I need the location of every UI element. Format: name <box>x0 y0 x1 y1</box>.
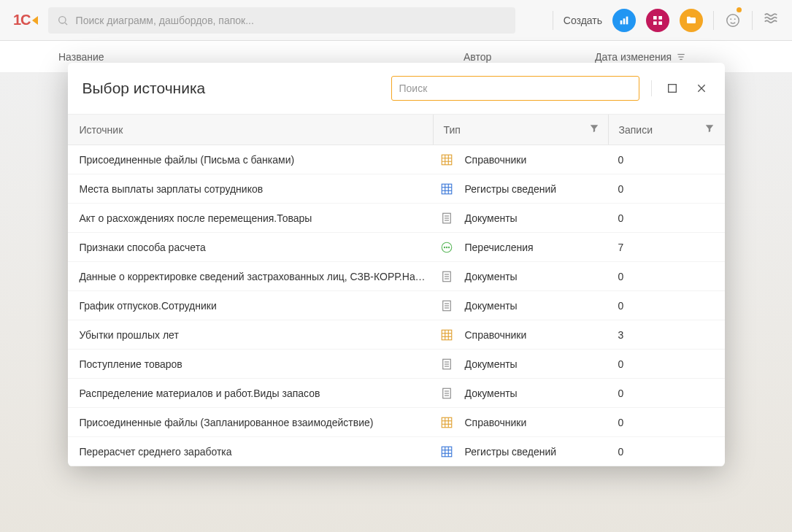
source-row[interactable]: Акт о расхождениях после перемещения.Тов… <box>68 204 725 233</box>
row-type: Перечисления <box>433 241 608 254</box>
document-icon <box>440 358 453 371</box>
svg-rect-15 <box>668 85 676 93</box>
document-icon <box>440 387 453 400</box>
close-icon <box>696 82 707 94</box>
row-type: Документы <box>433 299 608 312</box>
row-source: Акт о расхождениях после перемещения.Тов… <box>68 212 433 224</box>
row-records: 0 <box>608 183 725 195</box>
row-type: Документы <box>433 358 608 371</box>
row-records: 0 <box>608 271 725 282</box>
row-type: Документы <box>433 387 608 400</box>
modal-title: Выбор источника <box>82 80 206 97</box>
col-type[interactable]: Тип <box>433 115 608 144</box>
row-records: 3 <box>608 329 725 341</box>
row-records: 0 <box>608 358 725 370</box>
source-picker-modal: Выбор источника Источник Тип <box>68 63 725 466</box>
divider <box>651 80 652 96</box>
source-row[interactable]: Признаки способа расчетаПеречисления7 <box>68 233 725 262</box>
row-source: Перерасчет среднего заработка <box>68 446 433 458</box>
row-type: Документы <box>433 270 608 283</box>
row-type-label: Справочники <box>465 329 527 341</box>
row-type-label: Справочники <box>465 154 527 166</box>
source-row[interactable]: Присоединенные файлы (Запланированное вз… <box>68 408 725 437</box>
catalog-icon <box>440 416 453 429</box>
row-records: 7 <box>608 242 725 253</box>
row-type: Регистры сведений <box>433 445 608 458</box>
filter-type-button[interactable] <box>589 123 599 136</box>
document-icon <box>440 212 453 225</box>
row-type-label: Документы <box>465 300 518 312</box>
row-records: 0 <box>608 417 725 428</box>
modal-search[interactable] <box>391 76 639 101</box>
row-type-label: Регистры сведений <box>465 183 557 195</box>
col-records-label: Записи <box>619 124 653 136</box>
row-type-label: Регистры сведений <box>465 446 557 458</box>
row-type-label: Документы <box>465 271 518 282</box>
row-type: Справочники <box>433 416 608 429</box>
source-row[interactable]: Перерасчет среднего заработкаРегистры св… <box>68 437 725 466</box>
row-type: Справочники <box>433 153 608 166</box>
col-type-label: Тип <box>444 124 461 136</box>
row-type-label: Справочники <box>465 417 527 428</box>
filter-icon <box>704 123 715 134</box>
row-records: 0 <box>608 446 725 458</box>
register-icon <box>440 445 453 458</box>
row-source: График отпусков.Сотрудники <box>68 300 433 312</box>
catalog-icon <box>440 153 453 166</box>
row-type: Документы <box>433 212 608 225</box>
row-type-label: Документы <box>465 388 518 399</box>
row-source: Присоединенные файлы (Запланированное вз… <box>68 417 433 428</box>
row-source: Поступление товаров <box>68 358 433 370</box>
catalog-icon <box>440 328 453 342</box>
row-records: 0 <box>608 212 725 224</box>
row-source: Данные о корректировке сведений застрахо… <box>68 271 433 282</box>
row-records: 0 <box>608 388 725 399</box>
filter-records-button[interactable] <box>704 123 715 136</box>
row-records: 0 <box>608 154 725 166</box>
row-source: Присоединенные файлы (Письма с банками) <box>68 154 433 166</box>
source-row[interactable]: График отпусков.СотрудникиДокументы0 <box>68 291 725 320</box>
row-type: Справочники <box>433 328 608 342</box>
row-source: Места выплаты зарплаты сотрудников <box>68 183 433 195</box>
modal-columns-header: Источник Тип Записи <box>68 115 725 145</box>
source-row[interactable]: Убытки прошлых летСправочники3 <box>68 320 725 350</box>
row-source: Убытки прошлых лет <box>68 329 433 341</box>
source-rows: Присоединенные файлы (Письма с банками)С… <box>68 145 725 466</box>
filter-icon <box>589 123 599 134</box>
row-type-label: Документы <box>465 212 518 224</box>
document-icon <box>440 270 453 283</box>
col-source-label: Источник <box>80 124 123 136</box>
col-records[interactable]: Записи <box>608 115 725 144</box>
col-source[interactable]: Источник <box>68 124 433 136</box>
row-type-label: Документы <box>465 358 518 370</box>
source-row[interactable]: Присоединенные файлы (Письма с банками)С… <box>68 145 725 174</box>
row-type: Регистры сведений <box>433 182 608 196</box>
source-row[interactable]: Места выплаты зарплаты сотрудниковРегист… <box>68 174 725 204</box>
row-type-label: Перечисления <box>465 242 534 253</box>
register-icon <box>440 182 453 196</box>
row-source: Признаки способа расчета <box>68 242 433 253</box>
enum-icon <box>440 241 453 254</box>
source-row[interactable]: Поступление товаровДокументы0 <box>68 350 725 379</box>
maximize-button[interactable] <box>664 80 681 97</box>
row-source: Распределение материалов и работ.Виды за… <box>68 388 433 399</box>
modal-backdrop: Выбор источника Источник Тип <box>0 0 792 532</box>
close-button[interactable] <box>693 80 710 97</box>
source-row[interactable]: Данные о корректировке сведений застрахо… <box>68 262 725 291</box>
modal-search-input[interactable] <box>399 82 631 94</box>
row-records: 0 <box>608 300 725 312</box>
document-icon <box>440 299 453 312</box>
source-row[interactable]: Распределение материалов и работ.Виды за… <box>68 379 725 408</box>
modal-header: Выбор источника <box>68 63 725 115</box>
maximize-icon <box>666 82 678 94</box>
